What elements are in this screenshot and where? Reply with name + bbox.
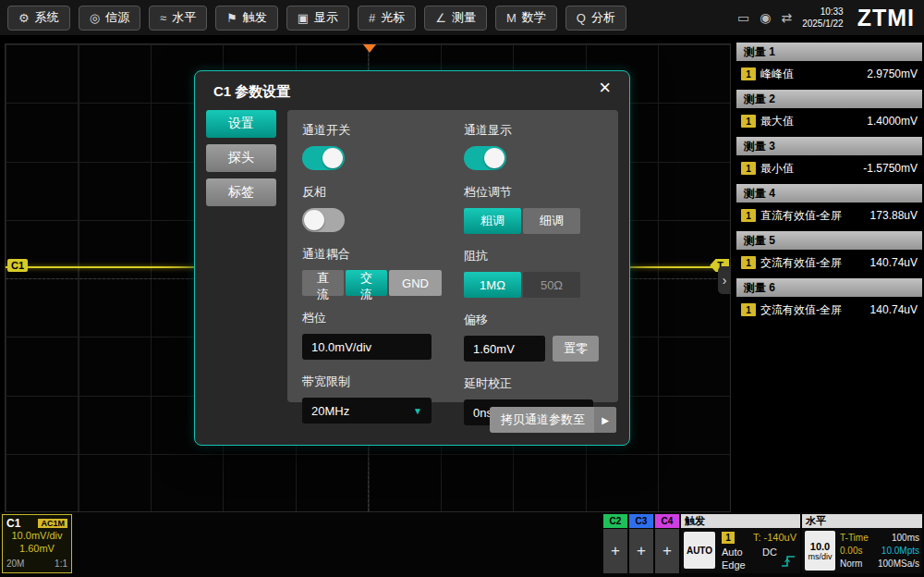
c1-ground-marker[interactable]: C1 [7,259,28,272]
channel-display-toggle[interactable] [464,146,506,170]
menu-button-display[interactable]: ▣ 显示 [286,6,349,31]
menu-label-system: 系统 [35,9,59,26]
coupling-gnd-button[interactable]: GND [389,270,442,296]
trigger-position-marker[interactable] [363,44,376,53]
channel-badge: 1 [741,115,756,128]
analysis-search-icon: Q [577,11,586,25]
measurement-value: 2.9750mV [867,68,918,80]
trigger-sweep-mode: Auto [722,546,743,558]
panel-expand-handle[interactable]: › [718,266,731,294]
impedance-segment: 1MΩ 50Ω [464,272,603,298]
toggle-knob [322,148,343,168]
channel-c3-add[interactable]: C3 + [629,514,653,573]
toggle-knob [304,210,324,230]
trigger-mode-box[interactable]: AUTO [684,532,715,569]
measurement-row[interactable]: 1 最大值 1.4000mV [736,108,922,134]
channel-switch-toggle[interactable] [302,146,345,170]
offset-input[interactable]: 1.60mV [464,336,545,362]
impedance-50-button[interactable]: 50Ω [523,272,580,298]
menu-label-measure: 测量 [452,9,476,26]
plus-icon[interactable]: + [655,529,679,573]
measurement-title: 测量 6 [736,278,922,297]
rising-edge-icon [781,555,796,571]
copy-parameters-button[interactable]: 拷贝通道参数至 ▶ [490,407,616,433]
tab-settings[interactable]: 设置 [206,110,276,138]
timebase-unit: ms/div [808,552,832,561]
channel-badge: 1 [741,209,756,222]
measurement-row[interactable]: 1 最小值 -1.5750mV [736,155,922,181]
range-mode-label: 档位调节 [464,184,603,201]
channel-c1-status[interactable]: C1 AC1M 10.0mV/div 1.60mV 20M 1:1 [2,514,72,573]
tab-label[interactable]: 标签 [206,178,276,206]
invert-toggle[interactable] [302,208,345,232]
menu-button-math[interactable]: M 数学 [495,6,557,31]
dialog-title: C1 参数设置 [213,83,290,101]
coupling-dc-button[interactable]: 直流 [302,270,344,296]
scale-label: 档位 [302,310,442,326]
c1-coupling-badge: AC1M [38,519,67,528]
menu-label-source: 信源 [105,9,129,26]
menu-button-source[interactable]: ◎ 信源 [79,6,140,31]
zero-button[interactable]: 置零 [553,336,599,362]
channel-c4-add[interactable]: C4 + [655,514,679,573]
menu-label-horizontal: 水平 [172,9,196,26]
network-icon[interactable]: ◉ [760,10,771,25]
measurement-row[interactable]: 1 交流有效值-全屏 140.74uV [736,297,922,323]
t-time-value: 0.00s [840,545,869,558]
close-icon[interactable]: × [593,77,616,99]
top-toolbar: ⚙ 系统 ◎ 信源 ≈ 水平 ⚑ 触发 ▣ 显示 # 光标 [0,0,924,35]
menu-button-system[interactable]: ⚙ 系统 [7,6,70,31]
measurement-title: 测量 1 [736,43,922,61]
plus-icon[interactable]: + [603,529,627,573]
invert-field: 反相 [302,184,442,232]
arrow-right-icon: ▶ [594,407,616,433]
measurement-value: -1.5750mV [863,162,918,175]
toggle-knob [484,148,505,168]
measurement-value: 1.4000mV [867,115,918,128]
measurement-row[interactable]: 1 峰峰值 2.9750mV [736,61,922,87]
horizontal-status-panel[interactable]: 水平 10.0 ms/div T-Time 0.00s Norm 100ms 1… [802,514,922,573]
measurement-row[interactable]: 1 交流有效值-全屏 140.74uV [736,250,922,276]
dialog-content: 通道开关 反相 通道耦合 直流 交流 GND 档位 [287,110,618,402]
channel-c2-add[interactable]: C2 + [603,514,627,573]
plus-icon[interactable]: + [629,529,653,573]
range-mode-segment: 粗调 细调 [464,208,603,234]
measurement-group-5: 测量 5 1 交流有效值-全屏 140.74uV [736,231,922,276]
trigger-coupling: DC [762,546,777,558]
menu-button-horizontal[interactable]: ≈ 水平 [149,6,207,31]
peripheral-icon[interactable]: ⇄ [781,10,792,25]
copy-parameters-label: 拷贝通道参数至 [501,411,585,428]
measurement-title: 测量 5 [736,231,922,250]
menu-button-cursor[interactable]: # 光标 [358,6,416,31]
memory-depth: 10.0Mpts [878,545,919,558]
menu-button-trigger[interactable]: ⚑ 触发 [215,6,278,31]
cursor-hash-icon: # [369,11,375,25]
coupling-ac-button[interactable]: 交流 [346,270,387,296]
gear-icon: ⚙ [18,11,30,25]
measurement-title: 测量 2 [736,90,922,108]
bandwidth-value: 20MHz [311,404,349,418]
menu-button-measure[interactable]: ∠ 测量 [424,6,487,31]
channel-switch-field: 通道开关 [302,122,442,170]
measurement-label: 峰峰值 [760,67,794,82]
scale-input[interactable]: 10.0mV/div [302,334,432,360]
bandwidth-label: 带宽限制 [302,374,442,390]
bandwidth-dropdown[interactable]: 20MHz ▼ [302,398,432,424]
time-window: 100ms [878,532,919,545]
screen-mirror-icon[interactable]: ▭ [737,10,749,25]
tab-probe[interactable]: 探头 [206,144,276,172]
bottom-status-bar: C1 AC1M 10.0mV/div 1.60mV 20M 1:1 C2 + C… [0,512,924,577]
coarse-button[interactable]: 粗调 [464,208,521,234]
menu-button-group: ⚙ 系统 ◎ 信源 ≈ 水平 ⚑ 触发 ▣ 显示 # 光标 [7,6,626,31]
trigger-status-panel[interactable]: 触发 AUTO 1 T: -140uV Auto Edge DC [681,514,800,573]
menu-label-analysis: 分析 [591,9,615,26]
c1-footer: 20M 1:1 [6,559,67,569]
trigger-level-value: T: -140uV [753,532,796,543]
impedance-1m-button[interactable]: 1MΩ [464,272,521,298]
fine-button[interactable]: 细调 [523,208,580,234]
deskew-label: 延时校正 [464,375,603,392]
measurement-row[interactable]: 1 直流有效值-全屏 173.88uV [736,203,922,228]
timebase-box[interactable]: 10.0 ms/div [805,531,835,571]
menu-button-analysis[interactable]: Q 分析 [565,6,626,31]
dialog-tab-list: 设置 探头 标签 [206,110,276,206]
